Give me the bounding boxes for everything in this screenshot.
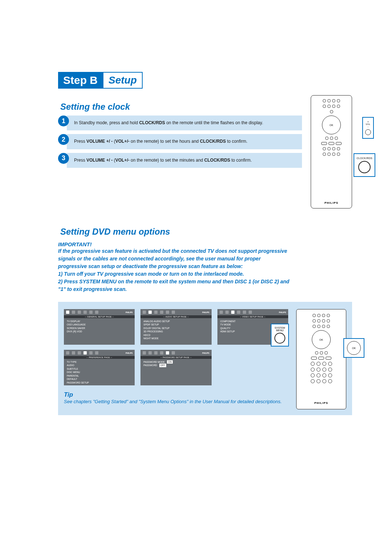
step-b-badge: Step B [58, 72, 103, 89]
step-header: Step B Setup [58, 72, 352, 89]
clock-rds-button-icon [358, 161, 371, 173]
step-body: Press VOLUME +/ - (VOL+/- on the remote)… [67, 153, 302, 168]
vol-callout: + VOL - [362, 117, 374, 139]
menu-items: TV TYPEAUDIOSUBTITLEDISC MENUPARENTALDEF… [64, 359, 135, 386]
step-number: 3 [58, 153, 69, 164]
ok-dpad-callout: OK [343, 338, 364, 358]
dpad-icon: OK [347, 341, 361, 355]
menu-screen: PHILIPS-- AUDIO SETUP PAGE --ANALOG AUDI… [140, 309, 211, 345]
remote-brand: PHILIPS [324, 201, 338, 204]
menu-items: PASSWORD MODEONPASSWORDOFF [140, 359, 211, 369]
step-row-3: 3 Press VOLUME +/ - (VOL+/- on the remot… [58, 153, 302, 168]
setup-badge: Setup [103, 72, 143, 89]
step-body: Press VOLUME +/ - (VOL+/- on the remote)… [67, 134, 302, 149]
menu-items: TV DISPLAYOSD LANGUAGESCREEN SAVERDIVX (… [64, 318, 135, 335]
tip-text: See chapters "Getting Started" and "Syst… [64, 398, 288, 405]
menu-panel: PHILIPS-- GENERAL SETUP PAGE --TV DISPLA… [58, 302, 352, 415]
important-label: IMPORTANT! [58, 241, 352, 247]
system-menu-callout: SYSTEM MENU [271, 324, 289, 347]
system-menu-button-icon [274, 333, 285, 344]
menu-title: -- AUDIO SETUP PAGE -- [140, 315, 211, 318]
menu-screen: PHILIPS-- GENERAL SETUP PAGE --TV DISPLA… [64, 309, 135, 345]
menu-items: ANALOG AUDIO SETUPSPDIF SETUPDOLBY DIGIT… [140, 318, 211, 342]
menu-screen: PHILIPS-- PREFERENCE PAGE --TV TYPEAUDIO… [64, 350, 135, 385]
dpad-icon: OK [322, 116, 341, 134]
remote-brand: PHILIPS [314, 401, 328, 405]
section-title-clock: Setting the clock [60, 102, 302, 112]
dpad-icon: OK [312, 330, 331, 349]
menu-title: -- VIDEO SETUP PAGE -- [217, 315, 288, 318]
menu-title: -- GENERAL SETUP PAGE -- [64, 315, 135, 318]
section-title-dvd: Setting DVD menu options [60, 227, 352, 237]
step-number: 1 [58, 116, 69, 126]
important-text: If the progressive scan feature is activ… [58, 247, 290, 293]
menu-screen: PHILIPS-- PASSWORD SETUP PAGE --PASSWORD… [140, 350, 211, 385]
menu-title: -- PASSWORD SETUP PAGE -- [140, 356, 211, 359]
tip-label: Tip [64, 391, 288, 398]
remote-illustration: OK PHILIPS [311, 95, 352, 208]
clock-rds-callout: CLOCK/RDS [354, 153, 375, 177]
step-row-1: 1 In Standby mode, press and hold CLOCK/… [58, 116, 302, 130]
step-body: In Standby mode, press and hold CLOCK/RD… [67, 116, 302, 130]
menu-title: -- PREFERENCE PAGE -- [64, 356, 135, 359]
step-row-2: 2 Press VOLUME +/ - (VOL+/- on the remot… [58, 134, 302, 149]
remote-illustration-2: OK PHILIPS [296, 309, 346, 409]
